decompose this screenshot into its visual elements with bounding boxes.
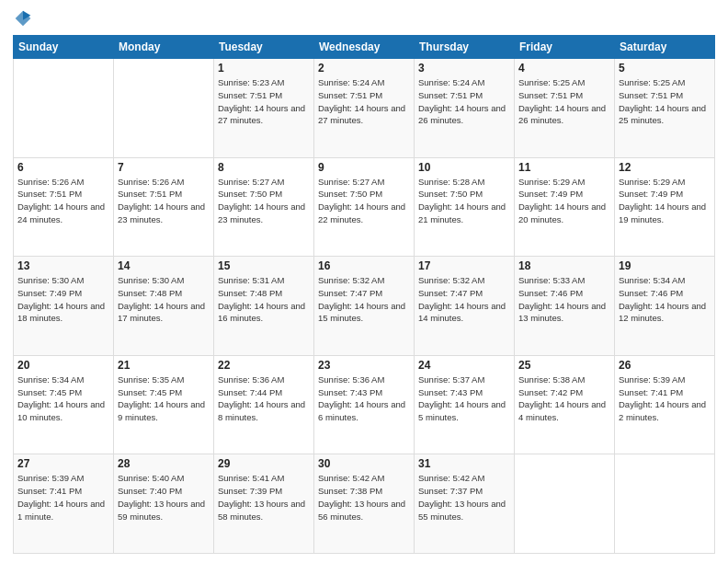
day-number: 25 (518, 359, 610, 372)
day-number: 8 (218, 161, 310, 174)
calendar-week-row: 20Sunrise: 5:34 AM Sunset: 7:45 PM Dayli… (14, 355, 715, 454)
calendar-cell: 31Sunrise: 5:42 AM Sunset: 7:37 PM Dayli… (415, 454, 515, 554)
day-number: 9 (318, 161, 410, 174)
day-number: 11 (518, 161, 610, 174)
day-info: Sunrise: 5:25 AM Sunset: 7:51 PM Dayligh… (518, 76, 610, 127)
day-number: 27 (17, 457, 109, 470)
day-info: Sunrise: 5:27 AM Sunset: 7:50 PM Dayligh… (218, 176, 310, 226)
day-info: Sunrise: 5:41 AM Sunset: 7:39 PM Dayligh… (218, 472, 310, 523)
day-number: 28 (118, 457, 210, 470)
day-number: 7 (118, 161, 210, 174)
calendar-cell: 4Sunrise: 5:25 AM Sunset: 7:51 PM Daylig… (515, 59, 615, 158)
day-number: 30 (318, 457, 410, 470)
weekday-header-saturday: Saturday (615, 36, 715, 59)
day-info: Sunrise: 5:34 AM Sunset: 7:45 PM Dayligh… (17, 373, 109, 424)
day-number: 1 (218, 62, 310, 75)
day-info: Sunrise: 5:32 AM Sunset: 7:47 PM Dayligh… (418, 274, 510, 325)
calendar-cell (515, 454, 615, 554)
day-info: Sunrise: 5:26 AM Sunset: 7:51 PM Dayligh… (118, 176, 210, 226)
day-info: Sunrise: 5:30 AM Sunset: 7:49 PM Dayligh… (17, 274, 109, 325)
calendar-cell: 1Sunrise: 5:23 AM Sunset: 7:51 PM Daylig… (214, 59, 314, 158)
day-info: Sunrise: 5:42 AM Sunset: 7:38 PM Dayligh… (318, 472, 410, 523)
day-number: 26 (619, 359, 711, 372)
calendar-cell: 21Sunrise: 5:35 AM Sunset: 7:45 PM Dayli… (114, 355, 214, 454)
header (13, 9, 715, 28)
day-info: Sunrise: 5:32 AM Sunset: 7:47 PM Dayligh… (318, 274, 410, 325)
logo (13, 9, 32, 28)
calendar-cell: 5Sunrise: 5:25 AM Sunset: 7:51 PM Daylig… (615, 59, 715, 158)
day-info: Sunrise: 5:35 AM Sunset: 7:45 PM Dayligh… (118, 373, 210, 424)
calendar-cell: 7Sunrise: 5:26 AM Sunset: 7:51 PM Daylig… (114, 157, 214, 257)
calendar-cell: 15Sunrise: 5:31 AM Sunset: 7:48 PM Dayli… (214, 257, 314, 356)
calendar-cell: 28Sunrise: 5:40 AM Sunset: 7:40 PM Dayli… (114, 454, 214, 554)
day-number: 10 (418, 161, 510, 174)
day-number: 13 (17, 259, 109, 272)
calendar-cell: 12Sunrise: 5:29 AM Sunset: 7:49 PM Dayli… (615, 157, 715, 257)
day-info: Sunrise: 5:26 AM Sunset: 7:51 PM Dayligh… (17, 176, 109, 226)
calendar-week-row: 13Sunrise: 5:30 AM Sunset: 7:49 PM Dayli… (14, 257, 715, 356)
day-number: 31 (418, 457, 510, 470)
day-info: Sunrise: 5:38 AM Sunset: 7:42 PM Dayligh… (518, 373, 610, 424)
day-info: Sunrise: 5:37 AM Sunset: 7:43 PM Dayligh… (418, 373, 510, 424)
calendar-cell: 18Sunrise: 5:33 AM Sunset: 7:46 PM Dayli… (515, 257, 615, 356)
day-info: Sunrise: 5:31 AM Sunset: 7:48 PM Dayligh… (218, 274, 310, 325)
weekday-header-friday: Friday (515, 36, 615, 59)
day-number: 2 (318, 62, 410, 75)
logo-icon (14, 9, 32, 28)
day-number: 23 (318, 359, 410, 372)
calendar-cell: 22Sunrise: 5:36 AM Sunset: 7:44 PM Dayli… (214, 355, 314, 454)
calendar-week-row: 1Sunrise: 5:23 AM Sunset: 7:51 PM Daylig… (14, 59, 715, 158)
weekday-header-monday: Monday (114, 36, 214, 59)
day-info: Sunrise: 5:42 AM Sunset: 7:37 PM Dayligh… (418, 472, 510, 523)
calendar-cell: 25Sunrise: 5:38 AM Sunset: 7:42 PM Dayli… (515, 355, 615, 454)
day-number: 21 (118, 359, 210, 372)
weekday-header-thursday: Thursday (415, 36, 515, 59)
calendar-cell: 26Sunrise: 5:39 AM Sunset: 7:41 PM Dayli… (615, 355, 715, 454)
day-info: Sunrise: 5:29 AM Sunset: 7:49 PM Dayligh… (619, 176, 711, 226)
day-info: Sunrise: 5:23 AM Sunset: 7:51 PM Dayligh… (218, 76, 310, 127)
day-number: 20 (17, 359, 109, 372)
day-number: 12 (619, 161, 711, 174)
calendar-cell (14, 59, 114, 158)
day-info: Sunrise: 5:30 AM Sunset: 7:48 PM Dayligh… (118, 274, 210, 325)
day-info: Sunrise: 5:39 AM Sunset: 7:41 PM Dayligh… (619, 373, 711, 424)
calendar-cell: 19Sunrise: 5:34 AM Sunset: 7:46 PM Dayli… (615, 257, 715, 356)
calendar-week-row: 27Sunrise: 5:39 AM Sunset: 7:41 PM Dayli… (14, 454, 715, 554)
calendar-table: SundayMondayTuesdayWednesdayThursdayFrid… (13, 35, 715, 554)
day-number: 18 (518, 259, 610, 272)
calendar-cell: 8Sunrise: 5:27 AM Sunset: 7:50 PM Daylig… (214, 157, 314, 257)
day-number: 5 (619, 62, 711, 75)
weekday-header-sunday: Sunday (14, 36, 114, 59)
calendar-cell: 29Sunrise: 5:41 AM Sunset: 7:39 PM Dayli… (214, 454, 314, 554)
calendar-cell: 2Sunrise: 5:24 AM Sunset: 7:51 PM Daylig… (314, 59, 415, 158)
weekday-header-row: SundayMondayTuesdayWednesdayThursdayFrid… (14, 36, 715, 59)
day-info: Sunrise: 5:33 AM Sunset: 7:46 PM Dayligh… (518, 274, 610, 325)
day-number: 14 (118, 259, 210, 272)
day-info: Sunrise: 5:39 AM Sunset: 7:41 PM Dayligh… (17, 472, 109, 523)
day-number: 24 (418, 359, 510, 372)
calendar-cell: 24Sunrise: 5:37 AM Sunset: 7:43 PM Dayli… (415, 355, 515, 454)
calendar-cell: 6Sunrise: 5:26 AM Sunset: 7:51 PM Daylig… (14, 157, 114, 257)
page: SundayMondayTuesdayWednesdayThursdayFrid… (0, 0, 728, 563)
calendar-cell: 9Sunrise: 5:27 AM Sunset: 7:50 PM Daylig… (314, 157, 415, 257)
calendar-cell: 27Sunrise: 5:39 AM Sunset: 7:41 PM Dayli… (14, 454, 114, 554)
day-number: 3 (418, 62, 510, 75)
calendar-cell: 23Sunrise: 5:36 AM Sunset: 7:43 PM Dayli… (314, 355, 415, 454)
calendar-cell: 10Sunrise: 5:28 AM Sunset: 7:50 PM Dayli… (415, 157, 515, 257)
day-info: Sunrise: 5:24 AM Sunset: 7:51 PM Dayligh… (418, 76, 510, 127)
calendar-cell (114, 59, 214, 158)
calendar-week-row: 6Sunrise: 5:26 AM Sunset: 7:51 PM Daylig… (14, 157, 715, 257)
day-info: Sunrise: 5:34 AM Sunset: 7:46 PM Dayligh… (619, 274, 711, 325)
day-number: 29 (218, 457, 310, 470)
calendar-cell: 3Sunrise: 5:24 AM Sunset: 7:51 PM Daylig… (415, 59, 515, 158)
calendar-cell: 11Sunrise: 5:29 AM Sunset: 7:49 PM Dayli… (515, 157, 615, 257)
day-number: 6 (17, 161, 109, 174)
calendar-cell: 13Sunrise: 5:30 AM Sunset: 7:49 PM Dayli… (14, 257, 114, 356)
day-number: 4 (518, 62, 610, 75)
day-number: 22 (218, 359, 310, 372)
day-number: 15 (218, 259, 310, 272)
day-info: Sunrise: 5:36 AM Sunset: 7:44 PM Dayligh… (218, 373, 310, 424)
day-info: Sunrise: 5:40 AM Sunset: 7:40 PM Dayligh… (118, 472, 210, 523)
day-number: 19 (619, 259, 711, 272)
calendar-cell: 16Sunrise: 5:32 AM Sunset: 7:47 PM Dayli… (314, 257, 415, 356)
